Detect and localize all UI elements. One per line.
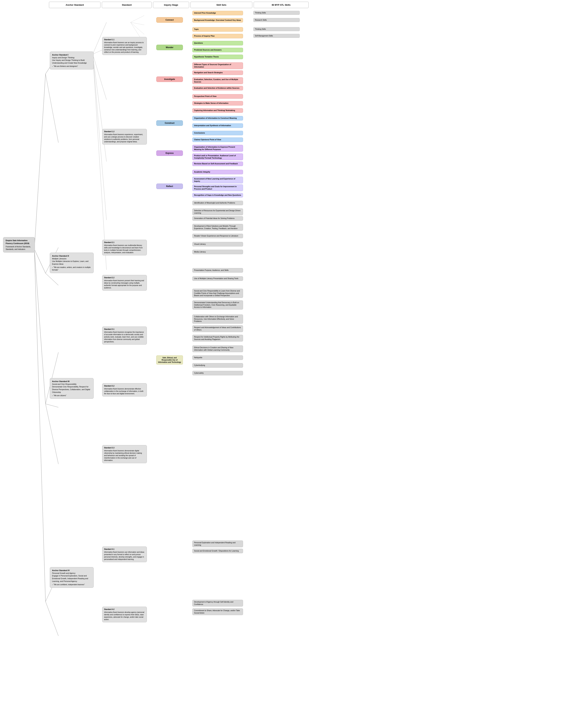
skill-netiquette: Netiquette xyxy=(192,355,243,360)
standard-4-1: Standard 4.1 Information-fluent learners… xyxy=(102,547,147,562)
skill-demonstrated-understanding: Demonstrated Understanding that Democrac… xyxy=(192,300,243,310)
atl-topic: Thinking Skills xyxy=(253,27,300,31)
svg-line-16 xyxy=(131,22,144,25)
svg-line-3 xyxy=(46,273,58,285)
svg-line-19 xyxy=(34,74,46,249)
standard-3-2: Standard 3.2 Information-fluent learners… xyxy=(102,383,147,396)
skill-claims: Claims/ Opinions/ Point of View xyxy=(192,137,243,142)
svg-line-8 xyxy=(46,602,58,636)
anchor-standard-1: Anchor Standard I Inquiry and Design Thi… xyxy=(50,52,94,69)
col-header-standard: Standard xyxy=(102,2,152,8)
skill-background: Background Knowledge: Overview/ Context/… xyxy=(192,18,243,23)
empire-box: Empire Sate Information Fluency Continuu… xyxy=(3,237,35,252)
skill-predicted-sources: Predicted Sources and Answers xyxy=(192,48,243,52)
atl-background: Research Skills xyxy=(253,18,300,22)
skill-meaningful-problems: Identification of Meaningful and Authent… xyxy=(192,201,243,205)
skill-ethical-decisions: Ethical Decisions in Creation and Sharin… xyxy=(192,345,243,352)
svg-line-15 xyxy=(131,15,144,22)
svg-line-1 xyxy=(46,74,58,143)
skill-topic: Topic xyxy=(192,27,243,32)
inquiry-construct: Construct xyxy=(156,120,183,126)
skill-intellectual-property: Respect for Intellectual Property Rights… xyxy=(192,335,243,341)
svg-line-5 xyxy=(46,404,58,407)
anchor-standard-3: Anchor Standard III Social and Civic Res… xyxy=(50,378,94,399)
standard-4-2: Standard 4.2 Information-fluent learners… xyxy=(102,607,147,622)
skill-interp-synth: Interpretation and Synthesis of Informat… xyxy=(192,123,243,128)
standard-3-3: Standard 3.3 Information-fluent learners… xyxy=(102,445,147,463)
skill-social-civic: Social and Civic Responsibility to Learn… xyxy=(192,289,243,298)
skill-eval-evidence: Evaluation and Selection of Evidence wit… xyxy=(192,86,243,90)
skill-academic-integrity: Academic Integrity xyxy=(192,170,243,174)
skill-assessment-learning: Assessment of New Learning and Experienc… xyxy=(192,177,243,183)
standard-2-1: Standard 2.1 Information-fluent learners… xyxy=(102,240,147,255)
col-header-atl: IB MYP ATL Skills xyxy=(254,2,308,8)
standard-2-2: Standard 2.2 Information-fluent learners… xyxy=(102,275,147,291)
inquiry-express: Express xyxy=(156,150,183,156)
col-header-inquiry: Inquiry Stage xyxy=(153,2,189,8)
skill-strategies-sense: Strategies to Make Sense of Information xyxy=(192,101,243,106)
skill-personal-exploration: Personal Exploration and Independent Rea… xyxy=(192,541,243,547)
anchor-standard-2: Anchor Standard II Multiple Literacies U… xyxy=(50,253,94,273)
svg-line-21 xyxy=(34,249,46,404)
skill-development-solutions: Development of Best Solutions and Models… xyxy=(192,224,243,231)
skill-navigation: Navigation and Search Strategies xyxy=(192,70,243,75)
skill-product: Product and/ or Presentation: Audience/ … xyxy=(192,153,243,160)
skill-respect-acknowledgement: Respect and Acknowledgement of Ideas and… xyxy=(192,325,243,332)
svg-line-11 xyxy=(93,54,107,100)
skill-generation-ideas: Generation of Potential Ideas for Solvin… xyxy=(192,216,243,221)
skill-personal-strengths: Personal Strengths and Goals for Improve… xyxy=(192,184,243,191)
atl-process: Self-Management Skills xyxy=(253,34,300,38)
svg-line-22 xyxy=(34,249,46,602)
skill-safe-ethical-banner: Safe, Ethical, and Responsible Use of In… xyxy=(156,355,183,365)
skill-capturing: Capturing Information and Thinking/ Note… xyxy=(192,108,243,113)
skill-presentation-purpose: Presentation Purpose, Audience, and Skil… xyxy=(192,268,243,273)
skill-revision: Revision Based on Self-Assessment and Fe… xyxy=(192,162,243,166)
skill-multiple-literacy: Use of Multiple Literacy Presentation an… xyxy=(192,276,243,281)
skill-social-emotional: Social and Emotional Growth / Dispositio… xyxy=(192,549,243,553)
standard-3-1: Standard 3.1 Information-fluent learners… xyxy=(102,327,147,345)
skill-questions: Questions xyxy=(192,41,243,45)
skill-recognition-gaps: Recognition of Gaps in Knowledge and New… xyxy=(192,193,243,197)
inquiry-wonder: Wonder xyxy=(156,45,183,50)
skill-visual-literacy: Visual Literacy xyxy=(192,242,243,246)
skill-collaboration: Collaboration with Others to Exchange In… xyxy=(192,315,243,324)
skill-eval-curation: Evaluation, Selection, Curation, and Use… xyxy=(192,77,243,84)
col-header-anchor: Anchor Standard xyxy=(49,2,101,8)
standard-1-1: Standard 1.1 Information-fluent learners… xyxy=(102,37,147,55)
skill-commitment-share: Commitment to Share, Advocate for Change… xyxy=(192,608,243,615)
inquiry-reflect: Reflect xyxy=(156,184,183,189)
skill-reader-viewer: Reader/ Viewer Experience and Response t… xyxy=(192,234,243,238)
skill-interest: Interest/ Prior Knowledge xyxy=(192,11,243,15)
skill-selection-resources: Selection of Resources for Experiential … xyxy=(192,208,243,215)
anchor-standard-4: Anchor Standard IV Personal Growth and A… xyxy=(50,567,94,588)
skill-dev-agency: Development of Agency through Self-Ident… xyxy=(192,600,243,606)
skill-process-inquiry: Process of Inquiry/ Plan xyxy=(192,34,243,38)
skill-conclusions: Conclusions xyxy=(192,131,243,135)
skill-hypothesis: Hypothesis/ Tentative Thesis xyxy=(192,55,243,59)
svg-line-14 xyxy=(93,54,107,270)
svg-line-6 xyxy=(46,404,58,464)
svg-line-17 xyxy=(131,22,144,34)
svg-line-12 xyxy=(93,54,107,162)
svg-line-20 xyxy=(34,249,46,273)
standard-1-2: Standard 1.2 Information-fluent learners… xyxy=(102,129,147,145)
inquiry-connect: Connect xyxy=(156,17,183,23)
skill-cybersafety: Cybersafety xyxy=(192,371,243,375)
skill-org-express: Organization of Information to Express/ … xyxy=(192,145,243,152)
col-header-skills: Skill Sets xyxy=(191,2,252,8)
skill-diff-types: Different Types of Sources/ Organization… xyxy=(192,62,243,69)
skill-org-construct: Organization of Information to Construct… xyxy=(192,116,243,120)
inquiry-investigate: Investigate xyxy=(156,76,183,82)
skill-cyberbullying: Cyberbullying xyxy=(192,363,243,368)
skill-media-literacy: Media Literacy xyxy=(192,250,243,254)
atl-interest: Thinking Skills xyxy=(253,11,300,15)
skill-perspective: Perspective/ Point of View xyxy=(192,94,243,99)
